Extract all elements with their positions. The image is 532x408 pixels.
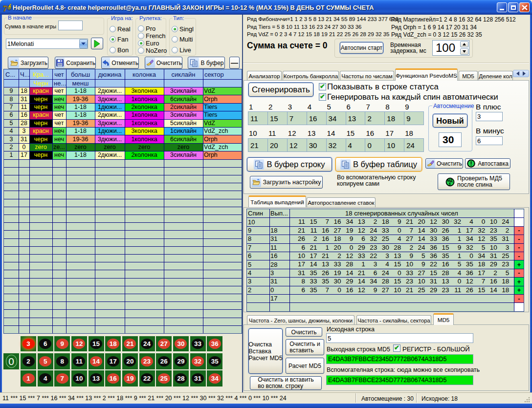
svg-text:7: 7 xyxy=(3,4,7,13)
svg-text:5: 5 xyxy=(449,182,451,186)
svg-text:!: ! xyxy=(470,160,472,167)
